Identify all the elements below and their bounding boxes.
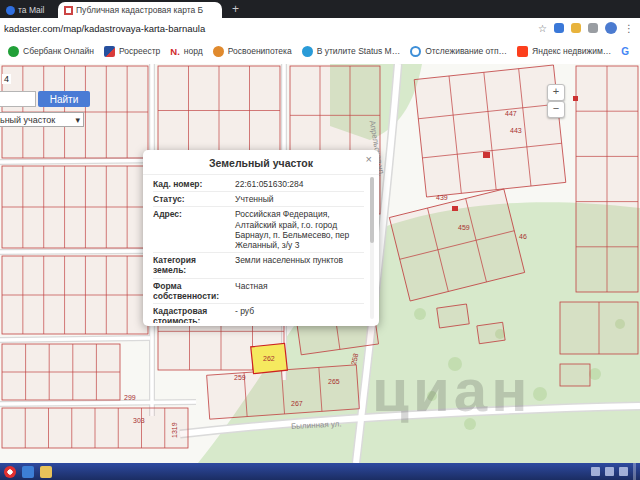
bookmark-rosreestr[interactable]: Росреестр	[104, 46, 160, 57]
bookmarks-bar: Сбербанк Онлайн Росреестр N. норд Росвое…	[0, 38, 640, 65]
search-value-fragment: 4	[2, 74, 11, 84]
tab-mail[interactable]: та Mail	[0, 2, 58, 18]
parcel-number-label: 443	[510, 127, 522, 134]
popup-title: Земельный участок	[143, 150, 379, 175]
parcel-number-label: 459	[458, 224, 470, 231]
bookmark-label: Яндекс недвижим…	[532, 46, 611, 56]
bookmark-label: норд	[184, 46, 203, 56]
popup-body: Кад. номер: 22:61:051630:284 Статус: Учт…	[153, 177, 364, 323]
parcel-number-label: 303	[133, 417, 145, 424]
popup-row-cost: Кадастровая стоимость: - руб	[153, 303, 364, 323]
field-value: Учтенный	[235, 192, 364, 206]
yandex-favicon-icon	[517, 46, 528, 57]
system-tray	[591, 463, 636, 480]
bookmark-tracking[interactable]: Отслеживание отп…	[410, 46, 507, 57]
show-desktop-button[interactable]	[633, 463, 636, 480]
parcel-number-label: 1319	[171, 422, 178, 438]
new-tab-button[interactable]: +	[232, 3, 239, 15]
popup-scrollbar-thumb[interactable]	[370, 177, 374, 243]
parcel-number-label: 259	[234, 374, 246, 381]
tracking-favicon-icon	[410, 46, 421, 57]
url-text[interactable]: kadaster.com/map/kadastrovaya-karta-barn…	[0, 23, 205, 34]
address-bar: kadaster.com/map/kadastrovaya-karta-barn…	[0, 18, 640, 39]
parcel-info-popup: Земельный участок × Кад. номер: 22:61:05…	[143, 150, 379, 326]
nord-favicon-icon: N.	[170, 46, 180, 57]
browser-tab-bar: та Mail Публичная кадастровая карта Б +	[0, 0, 640, 18]
field-label: Адрес:	[153, 207, 235, 252]
popup-row-address: Адрес: Российская Федерация, Алтайский к…	[153, 206, 364, 252]
bookmark-g[interactable]: G	[621, 46, 629, 57]
map-canvas[interactable]: 4 Найти ельный участок ▾ + − Апрельская …	[0, 64, 640, 463]
bookmark-label: Росреестр	[119, 46, 160, 56]
opera-icon[interactable]	[4, 466, 16, 478]
folder-icon[interactable]	[40, 466, 52, 478]
g-favicon-icon: G	[621, 46, 629, 57]
field-label: Статус:	[153, 192, 235, 206]
cadastral-favicon-icon	[64, 6, 73, 15]
zoom-out-button[interactable]: −	[547, 101, 565, 118]
rosreestr-favicon-icon	[104, 46, 115, 57]
zoom-in-button[interactable]: +	[547, 84, 565, 101]
rosvoenipoteka-favicon-icon	[213, 46, 224, 57]
field-value: 22:61:051630:284	[235, 177, 364, 191]
sberbank-favicon-icon	[8, 46, 19, 57]
status-favicon-icon	[302, 46, 313, 57]
field-label: Кад. номер:	[153, 177, 235, 191]
layer-select-value: ельный участок	[0, 115, 55, 125]
layer-select[interactable]: ельный участок ▾	[0, 112, 84, 127]
field-value: Земли населенных пунктов	[235, 253, 364, 277]
bookmark-rosvoenipoteka[interactable]: Росвоенипотека	[213, 46, 292, 57]
taskbar	[0, 463, 640, 480]
parcel-number-label: 447	[505, 110, 517, 117]
parcel-number-label: 46	[519, 233, 527, 240]
popup-row-ownership: Форма собственности: Частная	[153, 278, 364, 303]
extension-icon[interactable]	[571, 23, 581, 33]
search-input[interactable]	[0, 91, 36, 107]
bookmark-yandex-realty[interactable]: Яндекс недвижим…	[517, 46, 611, 57]
bookmark-label: Отслеживание отп…	[425, 46, 507, 56]
field-value: - руб	[235, 304, 364, 323]
address-bar-icons: ☆ ⋮	[538, 22, 640, 34]
field-label: Категория земель:	[153, 253, 235, 277]
parcel-number-label: 267	[291, 400, 303, 407]
parcel-number-label: 299	[124, 394, 136, 401]
parcel-number-label: 265	[328, 378, 340, 385]
tab-cadastral-label: Публичная кадастровая карта Б	[76, 5, 203, 15]
popup-row-status: Статус: Учтенный	[153, 191, 364, 206]
popup-row-cad-number: Кад. номер: 22:61:051630:284	[153, 177, 364, 191]
parcel-number-label: 262	[263, 355, 275, 362]
tray-icon[interactable]	[605, 467, 614, 476]
profile-avatar[interactable]	[605, 22, 617, 34]
popup-scrollbar[interactable]	[370, 177, 374, 319]
mail-favicon-icon	[6, 6, 15, 15]
field-value: Российская Федерация, Алтайский край, г.…	[235, 207, 364, 252]
extension-icon[interactable]	[588, 23, 598, 33]
chevron-down-icon: ▾	[75, 115, 80, 125]
bookmark-nord[interactable]: N. норд	[170, 46, 202, 57]
close-icon[interactable]: ×	[366, 153, 372, 165]
parcel-number-label: 439	[436, 194, 448, 201]
bookmark-sberbank[interactable]: Сбербанк Онлайн	[8, 46, 94, 57]
cian-watermark: циан	[372, 356, 531, 425]
bookmark-label: Росвоенипотека	[228, 46, 292, 56]
app-icon[interactable]	[22, 466, 34, 478]
bookmark-label: В утилите Status M…	[317, 46, 401, 56]
extension-icon[interactable]	[554, 23, 564, 33]
tray-icon[interactable]	[591, 467, 600, 476]
bookmark-star-icon[interactable]: ☆	[538, 23, 547, 34]
bookmark-label: Сбербанк Онлайн	[23, 46, 94, 56]
popup-row-category: Категория земель: Земли населенных пункт…	[153, 252, 364, 277]
tab-cadastral-map[interactable]: Публичная кадастровая карта Б	[58, 2, 222, 18]
field-label: Кадастровая стоимость:	[153, 304, 235, 323]
find-button[interactable]: Найти	[38, 91, 90, 107]
field-label: Форма собственности:	[153, 279, 235, 303]
tab-mail-label: та Mail	[18, 5, 44, 15]
tray-icon[interactable]	[619, 467, 628, 476]
field-value: Частная	[235, 279, 364, 303]
bookmark-status[interactable]: В утилите Status M…	[302, 46, 401, 57]
browser-menu-icon[interactable]: ⋮	[624, 23, 634, 34]
